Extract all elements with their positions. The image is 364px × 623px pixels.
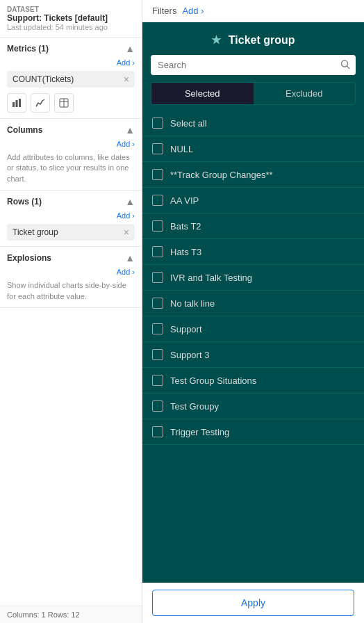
list-item[interactable]: Select all bbox=[142, 111, 364, 136]
apply-bar: Apply bbox=[142, 583, 364, 623]
bar-chart-icon[interactable] bbox=[7, 93, 26, 113]
list-item-label: Bats T2 bbox=[170, 221, 201, 232]
list-item[interactable]: Support bbox=[142, 316, 364, 342]
filters-label: Filters bbox=[152, 6, 176, 16]
columns-title: Columns bbox=[7, 125, 42, 135]
svg-rect-1 bbox=[16, 100, 18, 107]
columns-description: Add attributes to columns, like dates or… bbox=[7, 152, 135, 184]
sidebar: Dataset Support: Tickets [default] Last … bbox=[0, 0, 142, 623]
list-item-checkbox[interactable] bbox=[152, 220, 163, 232]
svg-rect-0 bbox=[13, 102, 15, 107]
svg-rect-2 bbox=[19, 99, 21, 107]
list-item-label: Hats T3 bbox=[170, 247, 201, 257]
row-chip-label: Ticket group bbox=[13, 227, 58, 237]
explosions-toggle-icon[interactable]: ▲ bbox=[125, 252, 135, 264]
table-chart-icon[interactable] bbox=[54, 93, 74, 113]
metrics-title: Metrics (1) bbox=[7, 44, 49, 54]
toggle-selected-button[interactable]: Selected bbox=[151, 83, 254, 104]
list-item-checkbox[interactable] bbox=[152, 272, 163, 283]
explosions-title: Explosions bbox=[7, 253, 51, 263]
list-item-checkbox[interactable] bbox=[152, 298, 163, 309]
items-list: Select all NULL **Track Group Changes** … bbox=[142, 111, 364, 583]
list-item[interactable]: **Track Group Changes** bbox=[142, 162, 364, 188]
columns-section: Columns ▲ Add › Add attributes to column… bbox=[0, 119, 142, 191]
list-item[interactable]: Bats T2 bbox=[142, 213, 364, 239]
list-item-checkbox[interactable] bbox=[152, 195, 163, 206]
list-item[interactable]: NULL bbox=[142, 136, 364, 162]
toggle-buttons: Selected Excluded bbox=[151, 82, 356, 105]
list-item[interactable]: AA VIP bbox=[142, 188, 364, 213]
search-input[interactable] bbox=[151, 55, 356, 75]
list-item-label: **Track Group Changes** bbox=[170, 170, 273, 180]
search-icon bbox=[340, 59, 350, 71]
dataset-updated: Last updated: 54 minutes ago bbox=[7, 23, 135, 31]
panel-title-text: Ticket group bbox=[229, 34, 295, 46]
row-chip-close[interactable]: × bbox=[124, 227, 129, 238]
dataset-name: Support: Tickets [default] bbox=[7, 13, 135, 23]
list-item-checkbox[interactable] bbox=[152, 400, 163, 412]
list-item-checkbox[interactable] bbox=[152, 246, 163, 257]
list-item-label: Select all bbox=[170, 118, 207, 129]
rows-title: Rows (1) bbox=[7, 197, 42, 207]
apply-button[interactable]: Apply bbox=[152, 590, 354, 616]
list-item[interactable]: Trigger Testing bbox=[142, 419, 364, 445]
status-text: Columns: 1 Rows: 12 bbox=[7, 610, 80, 619]
explosions-add-link[interactable]: Add › bbox=[7, 268, 135, 276]
columns-add-link[interactable]: Add › bbox=[7, 140, 135, 148]
dataset-info: Dataset Support: Tickets [default] Last … bbox=[0, 0, 142, 38]
explosions-description: Show individual charts side-by-side for … bbox=[7, 280, 135, 302]
list-item-checkbox[interactable] bbox=[152, 143, 163, 154]
metrics-section: Metrics (1) ▲ Add › COUNT(Tickets) × bbox=[0, 38, 142, 119]
list-item-label: AA VIP bbox=[170, 195, 199, 206]
list-item-label: Test Groupy bbox=[170, 401, 219, 412]
star-icon: ★ bbox=[211, 34, 221, 46]
list-item-label: Support 3 bbox=[170, 350, 209, 360]
toggle-excluded-button[interactable]: Excluded bbox=[254, 83, 356, 104]
list-item-label: No talk line bbox=[170, 298, 215, 309]
list-item-label: Support bbox=[170, 324, 202, 334]
add-filter-link[interactable]: Add › bbox=[182, 6, 204, 16]
bottom-status: Columns: 1 Rows: 12 bbox=[0, 606, 142, 623]
list-item[interactable]: No talk line bbox=[142, 291, 364, 316]
rows-toggle-icon[interactable]: ▲ bbox=[125, 196, 135, 207]
metric-chip-label: COUNT(Tickets) bbox=[13, 74, 74, 84]
dataset-label: Dataset bbox=[7, 6, 135, 13]
list-item[interactable]: IVR and Talk Testing bbox=[142, 265, 364, 291]
list-item[interactable]: Support 3 bbox=[142, 342, 364, 368]
ticket-group-panel: ★ Ticket group Selected Excluded Selec bbox=[142, 22, 364, 623]
list-item[interactable]: Test Group Situations bbox=[142, 368, 364, 394]
metric-chip-close[interactable]: × bbox=[124, 74, 129, 85]
list-item-checkbox[interactable] bbox=[152, 323, 163, 334]
list-item-label: IVR and Talk Testing bbox=[170, 273, 252, 283]
search-input-wrap bbox=[151, 55, 356, 75]
list-item[interactable]: Test Groupy bbox=[142, 394, 364, 419]
list-item-label: Trigger Testing bbox=[170, 427, 229, 437]
list-item-checkbox[interactable] bbox=[152, 349, 163, 360]
filters-bar: Filters Add › bbox=[142, 0, 364, 22]
search-bar bbox=[142, 55, 364, 82]
main-panel: Filters Add › ★ Ticket group Selected Ex… bbox=[142, 0, 364, 623]
chart-icons bbox=[7, 93, 135, 113]
columns-toggle-icon[interactable]: ▲ bbox=[125, 124, 135, 136]
explosions-section: Explosions ▲ Add › Show individual chart… bbox=[0, 247, 142, 308]
list-item[interactable]: Hats T3 bbox=[142, 239, 364, 265]
list-item-checkbox[interactable] bbox=[152, 375, 163, 386]
list-item-label: Test Group Situations bbox=[170, 375, 256, 386]
panel-title: ★ Ticket group bbox=[142, 22, 364, 55]
rows-add-link[interactable]: Add › bbox=[7, 211, 135, 220]
line-chart-icon[interactable] bbox=[31, 93, 50, 113]
list-item-checkbox[interactable] bbox=[152, 118, 163, 129]
rows-chip: Ticket group × bbox=[7, 224, 135, 241]
metrics-toggle-icon[interactable]: ▲ bbox=[125, 43, 135, 54]
rows-section: Rows (1) ▲ Add › Ticket group × bbox=[0, 191, 142, 247]
list-item-checkbox[interactable] bbox=[152, 169, 163, 180]
list-item-label: NULL bbox=[170, 144, 193, 154]
metrics-add-link[interactable]: Add › bbox=[7, 58, 135, 67]
metrics-chip: COUNT(Tickets) × bbox=[7, 71, 135, 88]
svg-line-7 bbox=[347, 66, 350, 69]
list-item-checkbox[interactable] bbox=[152, 426, 163, 437]
